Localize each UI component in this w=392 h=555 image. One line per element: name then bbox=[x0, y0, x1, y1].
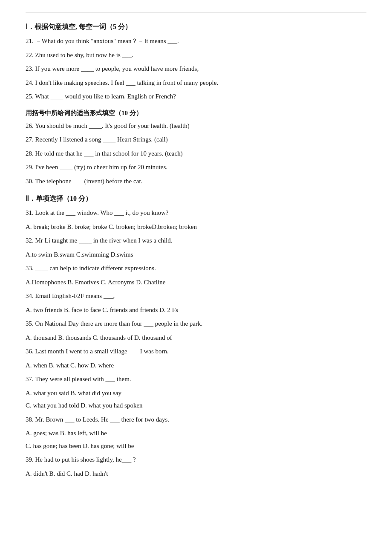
question-item: 22. Zhu used to be shy, but now he is __… bbox=[26, 50, 366, 61]
option-item: A.Homophones B. Emotives C. Acronyms D. … bbox=[26, 277, 366, 288]
question-block: 36. Last month I went to a small village… bbox=[26, 346, 366, 371]
fill-section-title: 用括号中所给词的适当形式填空（10 分） bbox=[26, 109, 366, 117]
question-block: 33. ____ can help to indicate different … bbox=[26, 263, 366, 288]
question-block: 31. Look at the ___ window. Who ___ it, … bbox=[26, 208, 366, 232]
question-block: 37. They were all pleased with ___ them.… bbox=[26, 374, 366, 411]
question-block: 39. He had to put his shoes lightly, he_… bbox=[26, 454, 366, 479]
question-item: 24. I don't like making speeches. I feel… bbox=[26, 78, 366, 89]
question-item: 37. They were all pleased with ___ them. bbox=[26, 374, 366, 385]
question-item: 33. ____ can help to indicate different … bbox=[26, 263, 366, 274]
option-item: A. break; broke B. broke; broke C. broke… bbox=[26, 222, 366, 233]
question-block: 34. Email English-F2F means ___,A. two f… bbox=[26, 291, 366, 315]
question-block: 38. Mr. Brown ___ to Leeds. He ___ there… bbox=[26, 414, 366, 452]
question-item: 39. He had to put his shoes lightly, he_… bbox=[26, 454, 366, 465]
question-item: 25. What ____ would you like to learn, E… bbox=[26, 91, 366, 102]
question-item: 34. Email English-F2F means ___, bbox=[26, 291, 366, 302]
option-item: A. two friends B. face to face C. friend… bbox=[26, 305, 366, 316]
option-item: A. thousand B. thousands C. thousands of… bbox=[26, 332, 366, 344]
option-item: A. what you said B. what did you say bbox=[26, 388, 366, 399]
question-item: 29. I've been ____ (try) to cheer him up… bbox=[26, 162, 366, 173]
question-item: 38. Mr. Brown ___ to Leeds. He ___ there… bbox=[26, 414, 366, 425]
question-item: 35. On National Day there are more than … bbox=[26, 318, 366, 330]
question-item: 31. Look at the ___ window. Who ___ it, … bbox=[26, 208, 366, 219]
question-block: 32. Mr Li taught me ____ in the river wh… bbox=[26, 235, 366, 260]
question-block: 35. On National Day there are more than … bbox=[26, 318, 366, 343]
question-item: 30. The telephone ___ (invent) before th… bbox=[26, 176, 366, 187]
question-item: 36. Last month I went to a small village… bbox=[26, 346, 366, 357]
question-item: 23. If you were more ____ to people, you… bbox=[26, 64, 366, 75]
question-item: 21. －What do you think "anxious" mean？－I… bbox=[26, 36, 366, 47]
question-item: 28. He told me that he ___ in that schoo… bbox=[26, 148, 366, 159]
option-item: A. goes; was B. has left, will be bbox=[26, 428, 366, 439]
question-item: 27. Recently I listened a song ____ Hear… bbox=[26, 134, 366, 145]
option-item: A. didn't B. did C. had D. hadn't bbox=[26, 468, 366, 480]
page-header bbox=[26, 9, 366, 12]
option-item: C. has gone; has been D. has gone; will … bbox=[26, 441, 366, 452]
question-item: 26. You should be much ____. It's good f… bbox=[26, 121, 366, 132]
question-item: 32. Mr Li taught me ____ in the river wh… bbox=[26, 235, 366, 246]
section2-title: Ⅱ．单项选择（10 分） bbox=[26, 194, 366, 203]
section1-title: Ⅰ．根据句意填空, 每空一词（5 分） bbox=[26, 23, 366, 32]
option-item: A. when B. what C. how D. where bbox=[26, 360, 366, 371]
option-item: C. what you had told D. what you had spo… bbox=[26, 400, 366, 411]
option-item: A.to swim B.swam C.swimming D.swims bbox=[26, 249, 366, 260]
